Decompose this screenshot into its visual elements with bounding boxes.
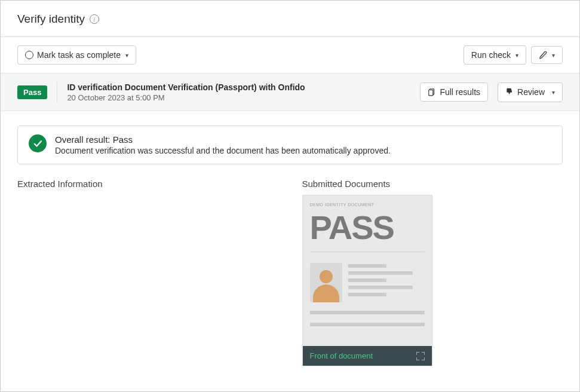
chevron-down-icon: ▾ [125, 52, 128, 59]
document-icon [428, 88, 436, 96]
full-results-label: Full results [440, 87, 480, 97]
content-area: Overall result: Pass Document verificati… [1, 111, 579, 381]
check-title: ID verification Document Verification (P… [67, 82, 305, 92]
full-results-button[interactable]: Full results [420, 82, 488, 102]
review-button[interactable]: Review ▾ [498, 82, 563, 102]
id-section [310, 263, 425, 302]
extracted-info-column: Extracted Information [17, 179, 278, 366]
thumb-down-icon [505, 87, 514, 97]
status-badge: Pass [17, 85, 47, 99]
chevron-down-icon: ▾ [515, 52, 518, 59]
document-image: DEMO IDENTITY DOCUMENT PASS [303, 195, 432, 346]
check-timestamp: 20 October 2023 at 5:00 PM [67, 93, 305, 102]
result-description: Document verification was successful and… [55, 146, 391, 155]
result-heading: Overall result: Pass [55, 134, 391, 145]
page-title: Verify identity [17, 13, 85, 26]
check-circle-icon [29, 134, 47, 152]
run-check-button[interactable]: Run check ▾ [464, 45, 526, 65]
run-check-label: Run check [471, 50, 511, 60]
circle-empty-icon [25, 51, 33, 59]
svg-rect-1 [429, 90, 433, 96]
document-big-text: PASS [310, 212, 425, 243]
summary-text: ID verification Document Verification (P… [67, 82, 305, 102]
expand-icon[interactable] [416, 352, 425, 360]
edit-button[interactable]: ▾ [531, 46, 563, 64]
info-icon[interactable]: i [90, 14, 99, 24]
chevron-down-icon: ▾ [552, 52, 555, 59]
result-callout: Overall result: Pass Document verificati… [17, 125, 563, 164]
placeholder-lines [348, 263, 425, 302]
review-label: Review [517, 87, 545, 97]
placeholder-line [310, 323, 425, 326]
extracted-info-heading: Extracted Information [17, 179, 278, 189]
document-caption: Front of document [310, 351, 373, 360]
page-header: Verify identity i [1, 1, 579, 37]
actions-bar: Mark task as complete ▾ Run check ▾ ▾ [1, 37, 579, 73]
result-text: Overall result: Pass Document verificati… [55, 134, 391, 155]
columns: Extracted Information Submitted Document… [17, 179, 563, 366]
mark-complete-button[interactable]: Mark task as complete ▾ [17, 45, 136, 65]
document-caption-bar: Front of document [303, 346, 432, 366]
mark-complete-label: Mark task as complete [37, 50, 121, 60]
avatar [310, 263, 342, 302]
document-sample-label: DEMO IDENTITY DOCUMENT [310, 203, 425, 207]
divider [310, 252, 425, 252]
submitted-docs-heading: Submitted Documents [302, 179, 563, 189]
document-card[interactable]: DEMO IDENTITY DOCUMENT PASS [302, 195, 432, 366]
pencil-icon [539, 51, 547, 59]
check-summary-row: Pass ID verification Document Verificati… [1, 73, 579, 111]
vertical-divider [57, 82, 57, 102]
chevron-down-icon: ▾ [552, 89, 555, 96]
placeholder-line [310, 311, 425, 314]
submitted-docs-column: Submitted Documents DEMO IDENTITY DOCUME… [302, 179, 563, 366]
